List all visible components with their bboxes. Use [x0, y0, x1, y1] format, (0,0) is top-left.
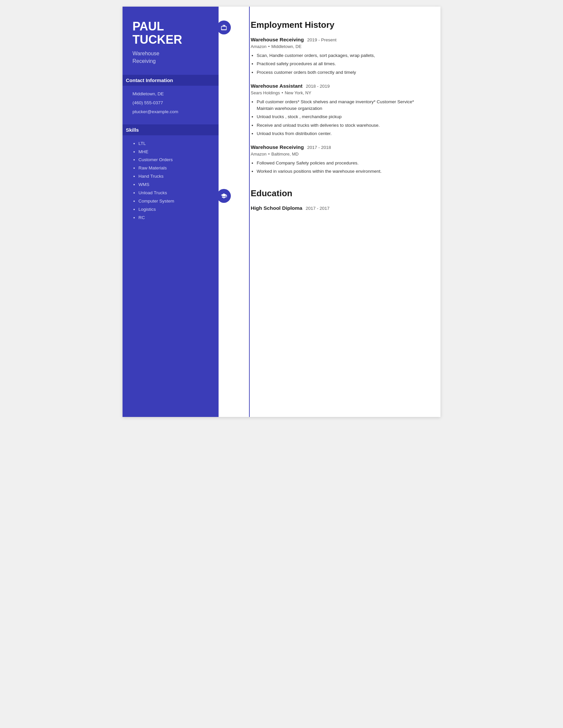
bullet-item: Worked in various positions within the w… [257, 168, 426, 175]
bullet-item: Practiced safety procedures at all times… [257, 61, 426, 67]
skill-item: LTL [138, 141, 209, 147]
skill-item: Hand Trucks [138, 173, 209, 180]
edu-degree: High School Diploma [251, 205, 303, 211]
sidebar: PAUL TUCKER WarehouseReceiving Contact I… [122, 7, 218, 417]
skill-item: Raw Materials [138, 165, 209, 171]
job-dates: 2018 - 2019 [306, 84, 330, 89]
education-item: High School Diploma 2017 - 2017 [233, 205, 426, 211]
main-content: Employment History Warehouse Receiving 2… [218, 7, 441, 417]
job-title-line: Warehouse Receiving 2019 - Present [251, 37, 426, 43]
skill-item: Logistics [138, 206, 209, 213]
bullet-item: Unload trucks from distribution center. [257, 130, 426, 137]
skill-item: RC [138, 215, 209, 221]
job-title-line: Warehouse Assistant 2018 - 2019 [251, 83, 426, 89]
contact-city: Middletown, DE [132, 91, 209, 97]
skills-section: Skills LTL MHE Customer Orders Raw Mater… [132, 124, 209, 221]
job-dates: 2017 - 2018 [307, 145, 331, 150]
employment-section: Employment History Warehouse Receiving 2… [233, 20, 426, 175]
contact-section: Contact Information Middletown, DE (460)… [132, 75, 209, 115]
education-section-title: Education [233, 188, 426, 199]
education-section: Education High School Diploma 2017 - 201… [233, 188, 426, 211]
bullet-item: Pull customer orders* Stock shelves and … [257, 99, 426, 112]
contact-email: ptucker@example.com [132, 109, 209, 115]
skills-section-header: Skills [122, 124, 218, 135]
skill-item: Computer System [138, 198, 209, 205]
job-block: Warehouse Receiving 2017 - 2018 Amazon•B… [233, 144, 426, 175]
skill-item: WMS [138, 182, 209, 188]
skill-item: MHE [138, 149, 209, 155]
resume-container: PAUL TUCKER WarehouseReceiving Contact I… [122, 7, 441, 417]
bullet-item: Process customer orders both correctly a… [257, 69, 426, 76]
job-title: Warehouse Assistant [251, 83, 303, 89]
job-company: Amazon•Middletown, DE [251, 44, 426, 49]
job-title: Warehouse Receiving [251, 144, 304, 150]
skill-item: Unload Trucks [138, 190, 209, 196]
job-bullets: Scan, Handle customer orders, sort packa… [251, 52, 426, 76]
bullet-item: Receive and unload trucks with deliverie… [257, 122, 426, 129]
bullet-item: Scan, Handle customer orders, sort packa… [257, 52, 426, 59]
skills-list: LTL MHE Customer Orders Raw Materials Ha… [132, 141, 209, 221]
job-bullets: Pull customer orders* Stock shelves and … [251, 99, 426, 137]
candidate-name: PAUL TUCKER [132, 20, 209, 46]
candidate-title: WarehouseReceiving [132, 50, 209, 65]
contact-phone: (460) 555-0377 [132, 100, 209, 106]
bullet-item: Unload trucks , stock , merchandise pick… [257, 114, 426, 120]
briefcase-icon [217, 21, 231, 34]
contact-section-header: Contact Information [122, 75, 218, 86]
job-dates: 2019 - Present [307, 37, 337, 42]
skill-item: Customer Orders [138, 157, 209, 163]
job-company: Amazon•Baltimore, MD [251, 152, 426, 157]
edu-title-line: High School Diploma 2017 - 2017 [251, 205, 426, 211]
job-title-line: Warehouse Receiving 2017 - 2018 [251, 144, 426, 150]
graduation-icon [217, 189, 231, 203]
job-title: Warehouse Receiving [251, 37, 304, 43]
edu-dates: 2017 - 2017 [306, 206, 330, 211]
job-company: Sears Holdings•New York, NY [251, 90, 426, 95]
employment-section-title: Employment History [233, 20, 426, 30]
job-bullets: Followed Company Safety policies and pro… [251, 160, 426, 175]
job-block: Warehouse Receiving 2019 - Present Amazo… [233, 37, 426, 76]
bullet-item: Followed Company Safety policies and pro… [257, 160, 426, 166]
job-block: Warehouse Assistant 2018 - 2019 Sears Ho… [233, 83, 426, 137]
